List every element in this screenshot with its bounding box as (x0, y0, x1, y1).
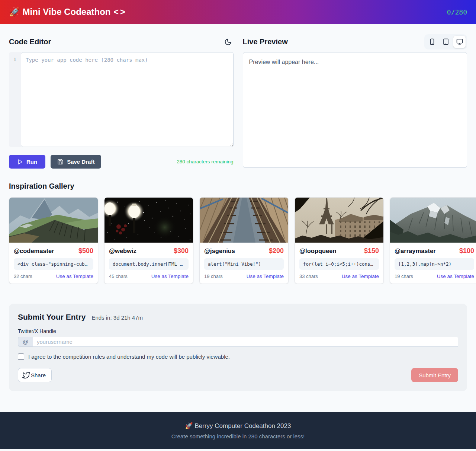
twitter-icon (22, 371, 30, 379)
eiffel-sepia-image (295, 198, 384, 243)
play-icon (17, 159, 23, 165)
submit-entry-button-label: Submit Entry (419, 372, 451, 378)
gallery-card: @loopqueen $150 for(let i=0;i<5;i++)cons… (295, 197, 384, 284)
main-content: Code Editor 1 Run Save Draft (0, 24, 476, 169)
use-as-template-link[interactable]: Use as Template (342, 274, 379, 279)
preview-area: Preview will appear here... (243, 52, 467, 168)
monitor-icon (456, 38, 463, 45)
card-prize: $100 (459, 247, 474, 255)
code-brackets-icon: <> (114, 7, 127, 17)
handle-input-group: @ (18, 337, 458, 347)
card-code-snippet: document.body.innerHTML = … (109, 258, 189, 270)
dark-mode-toggle-button[interactable] (223, 36, 234, 47)
night-lamps-image (104, 198, 193, 243)
run-button[interactable]: Run (9, 155, 45, 169)
use-as-template-link[interactable]: Use as Template (247, 274, 284, 279)
card-prize: $300 (174, 247, 189, 255)
footer-tagline: Create something incredible in 280 chara… (171, 433, 305, 439)
card-code-snippet: <div class="spinning-cube"… (14, 258, 93, 270)
code-editor-pane: Code Editor 1 Run Save Draft (9, 34, 234, 169)
share-button[interactable]: Share (18, 368, 52, 382)
card-char-count: 45 chars (109, 274, 128, 279)
app-title-text: 🚀 Mini Vibe Codeathon (9, 7, 111, 17)
chars-remaining-text: 280 characters remaining (177, 159, 233, 164)
card-handle: @arraymaster (395, 247, 436, 255)
inspiration-gallery: @codemaster $500 <div class="spinning-cu… (0, 197, 476, 284)
app-footer: 🚀 Berryy Computer Codeathon 2023 Create … (0, 412, 476, 449)
deadline-text: Ends in: 3d 21h 47m (91, 314, 143, 321)
card-char-count: 33 chars (299, 274, 318, 279)
submit-entry-button[interactable]: Submit Entry (411, 368, 458, 382)
tablet-icon (443, 38, 449, 45)
card-prize: $500 (78, 247, 93, 255)
use-as-template-link[interactable]: Use as Template (151, 274, 189, 279)
run-button-label: Run (26, 159, 37, 165)
card-handle: @jsgenius (204, 247, 235, 255)
card-handle: @codemaster (14, 247, 54, 255)
agree-checkbox[interactable] (18, 354, 24, 360)
card-prize: $150 (364, 247, 379, 255)
code-input[interactable] (21, 52, 234, 147)
mountain-ridge-image (9, 198, 98, 243)
gallery-heading: Inspiration Gallery (9, 182, 467, 191)
device-button-smartphone[interactable] (426, 36, 438, 48)
save-draft-button-label: Save Draft (67, 159, 94, 165)
railway-tracks-image (200, 198, 289, 243)
app-header: 🚀 Mini Vibe Codeathon <> 0/280 (0, 0, 476, 24)
code-editor-heading: Code Editor (9, 38, 51, 46)
device-button-desktop[interactable] (453, 36, 466, 48)
gallery-card: @arraymaster $100 [1,2,3].map(n=>n*2) 19… (390, 197, 476, 284)
use-as-template-link[interactable]: Use as Template (437, 274, 474, 279)
save-draft-button[interactable]: Save Draft (51, 155, 101, 169)
app-title: 🚀 Mini Vibe Codeathon <> (9, 7, 126, 17)
handle-label: Twitter/X Handle (18, 328, 458, 334)
gallery-card: @codemaster $500 <div class="spinning-cu… (9, 197, 98, 284)
card-code-snippet: [1,2,3].map(n=>n*2) (395, 258, 474, 270)
agree-label: I agree to the competition rules and und… (28, 354, 230, 360)
device-toggle-group (424, 34, 467, 49)
submit-heading: Submit Your Entry (18, 313, 86, 322)
footer-title: 🚀 Berryy Computer Codeathon 2023 (185, 422, 291, 430)
line-number: 1 (13, 57, 16, 62)
card-code-snippet: for(let i=0;i<5;i++)consol… (299, 258, 379, 270)
use-as-template-link[interactable]: Use as Template (56, 274, 93, 279)
handle-input[interactable] (33, 337, 458, 347)
card-char-count: 19 chars (204, 274, 223, 279)
submit-entry-section: Submit Your Entry Ends in: 3d 21h 47m Tw… (9, 304, 467, 391)
card-handle: @webwiz (109, 247, 136, 255)
card-char-count: 32 chars (14, 274, 32, 279)
gallery-card: @jsgenius $200 alert("Mini Vibe!") 19 ch… (199, 197, 289, 284)
code-editor: 1 (9, 52, 234, 147)
snow-mountain-image (390, 198, 476, 243)
card-char-count: 19 chars (395, 274, 413, 279)
at-prefix: @ (18, 337, 33, 347)
card-handle: @loopqueen (299, 247, 337, 255)
line-number-gutter: 1 (9, 52, 21, 147)
save-icon (57, 159, 64, 165)
smartphone-icon (429, 38, 435, 45)
gallery-card: @webwiz $300 document.body.innerHTML = …… (104, 197, 193, 284)
device-button-tablet[interactable] (440, 36, 452, 48)
card-prize: $200 (269, 247, 284, 255)
moon-icon (224, 38, 232, 46)
preview-placeholder-text: Preview will appear here... (249, 59, 319, 65)
header-char-counter: 0/280 (447, 8, 467, 16)
share-button-label: Share (31, 372, 46, 378)
live-preview-pane: Live Preview Preview will appear here... (243, 34, 467, 169)
card-code-snippet: alert("Mini Vibe!") (204, 258, 284, 270)
live-preview-heading: Live Preview (243, 38, 288, 46)
